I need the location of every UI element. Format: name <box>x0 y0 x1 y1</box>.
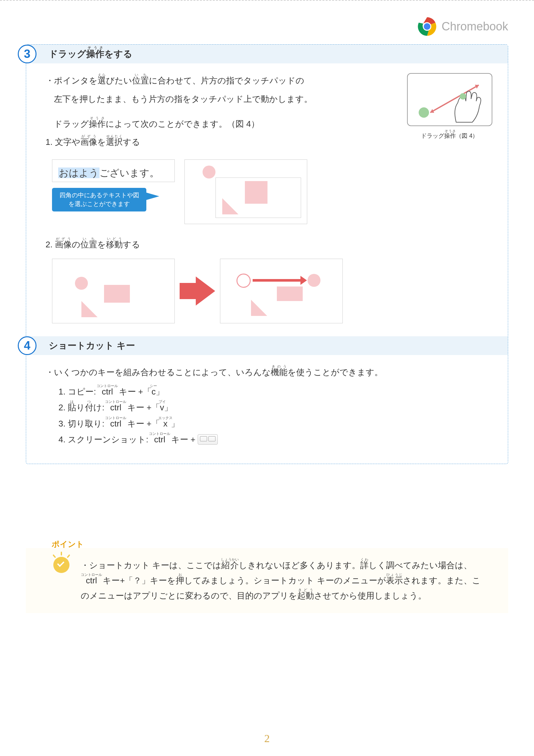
svg-point-2 <box>424 23 430 30</box>
touchpad-diagram <box>407 73 492 126</box>
section3-heading: 3 ドラッグ操作そうさをする <box>26 45 508 63</box>
move-after-box <box>220 259 343 323</box>
move-before-box <box>52 259 175 323</box>
section3-item2: 2. 画像がぞうの位置いちを移動いどうする <box>45 237 495 252</box>
section4-intro: ・いくつかのキーを組み合わせることによって、いろんな機能きのうを使うことができま… <box>45 365 495 380</box>
move-example-row <box>52 259 495 323</box>
select-example-row: おはようございます。 四角の中にあるテキストや図を選ぶことができます <box>52 159 495 224</box>
point-text: ・ショートカット キーは、ここでは紹介しょうかいしきれないほど多くあります。詳く… <box>81 558 489 603</box>
lightbulb-icon <box>52 553 71 579</box>
section3-number: 3 <box>18 45 37 63</box>
brand-label: Chromebook <box>442 20 508 33</box>
svg-point-6 <box>419 107 429 118</box>
shape-select-example <box>185 159 307 224</box>
shortcut-screenshot: 4. スクリーンショット: ctrlコントロール キー + <box>59 432 495 447</box>
section4-heading: 4 ショートカット キー <box>26 336 508 355</box>
section4-body: ・いくつかのキーを組み合わせることによって、いろんな機能きのうを使うことができま… <box>26 365 508 447</box>
big-arrow-icon <box>196 277 215 306</box>
sections-frame: 3 ドラッグ操作そうさをする ・ポインタを選えらびたい位置いちに合わせて、片方の… <box>26 44 508 464</box>
page: Chromebook 3 ドラッグ操作そうさをする ・ポインタを選えらびたい位置… <box>0 0 534 756</box>
shortcut-cut: 3. 切り取り: ctrlコントロール キー +「xエックス」 <box>59 416 495 432</box>
rest-text: ございます。 <box>99 168 159 178</box>
section3-p2: ドラッグ操作そうさによって次のことができます。（図 4） <box>45 117 398 132</box>
touchpad-caption: ドラッグ操作そうさ（図 4） <box>404 129 495 141</box>
section3-p1b: 左下を押したまま、もう片方の指をタッチパッド上で動かします。 <box>45 92 398 107</box>
window-switch-key-icon <box>198 434 218 445</box>
callout-bubble: 四角の中にあるテキストや図を選ぶことができます <box>52 188 146 211</box>
point-box: ポイント ・ショートカット キーは、ここでは紹介しょうかいしきれないほど多くあり… <box>26 548 508 613</box>
shortcuts-list: 1. コピー: ctrlコントロール キー +「cシー」 2. 貼はり付つけ: … <box>59 384 495 448</box>
chrome-logo-icon <box>418 17 437 36</box>
point-label: ポイント <box>52 537 84 551</box>
section3-item1: 1. 文字や画像がぞうを選択せんたくする <box>45 135 398 150</box>
text-select-example: おはようございます。 <box>52 159 175 182</box>
section3-body: ・ポインタを選えらびたい位置いちに合わせて、片方の指でタッチパッドの 左下を押し… <box>26 73 508 323</box>
move-arrow-icon <box>253 279 301 282</box>
section3-p1a: ・ポインタを選えらびたい位置いちに合わせて、片方の指でタッチパッドの <box>45 73 398 88</box>
touchpad-figure: ドラッグ操作そうさ（図 4） <box>404 73 495 141</box>
shortcut-copy: 1. コピー: ctrlコントロール キー +「cシー」 <box>59 384 495 400</box>
svg-point-7 <box>460 93 466 99</box>
header: Chromebook <box>26 17 508 36</box>
shortcut-paste: 2. 貼はり付つけ: ctrlコントロール キー +「vブイ」 <box>59 400 495 416</box>
highlighted-text: おはよう <box>58 168 99 178</box>
page-number: 2 <box>264 732 270 745</box>
section4-number: 4 <box>18 336 37 355</box>
selection-rect <box>216 177 301 218</box>
